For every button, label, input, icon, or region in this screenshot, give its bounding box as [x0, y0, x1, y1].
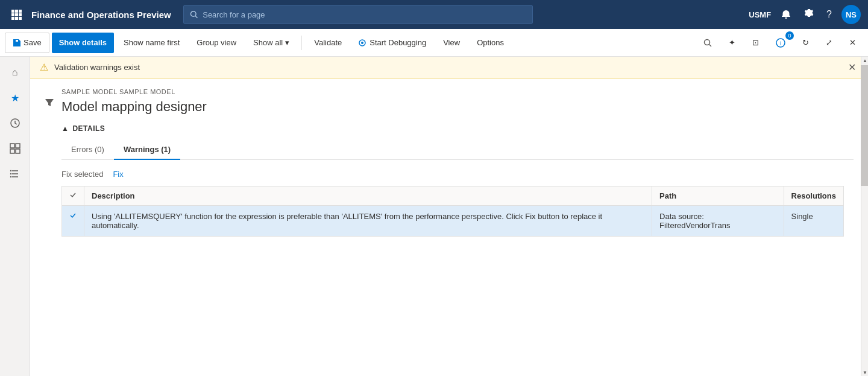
svg-point-12	[361, 42, 363, 44]
svg-point-27	[10, 176, 11, 177]
svg-point-13	[705, 39, 710, 45]
svg-rect-18	[10, 144, 14, 148]
group-view-button[interactable]: Group view	[189, 33, 244, 53]
sidebar-item-workspaces[interactable]	[4, 138, 26, 159]
sidebar-item-favorites[interactable]: ★	[4, 87, 26, 109]
view-button[interactable]: View	[436, 33, 467, 53]
refresh-icon[interactable]: ↻	[795, 33, 816, 53]
badge-count: 0	[785, 31, 794, 40]
svg-rect-6	[11, 17, 14, 20]
col-description: Description	[84, 186, 652, 206]
svg-line-14	[709, 44, 712, 46]
options-button[interactable]: Options	[470, 33, 511, 53]
scrollbar-up-arrow[interactable]: ▲	[861, 57, 868, 64]
warning-text: Validation warnings exist	[54, 63, 140, 72]
svg-rect-2	[19, 10, 22, 13]
badge-icon[interactable]: i 0	[769, 33, 793, 53]
show-name-first-button[interactable]: Show name first	[116, 33, 187, 53]
col-check	[62, 186, 84, 206]
warnings-table: Description Path Resolutions	[61, 186, 844, 237]
pin-icon[interactable]: ✦	[722, 33, 743, 53]
user-company: USMF	[749, 10, 771, 19]
table-row[interactable]: Using 'ALLITEMSQUERY' function for the e…	[62, 206, 844, 237]
popout-icon[interactable]: ⤢	[819, 33, 840, 53]
row-path: Data source: FilteredVendorTrans	[652, 206, 784, 237]
svg-point-25	[10, 170, 11, 171]
scrollbar-track: ▲ ▼	[861, 57, 868, 376]
sidebar-item-recent[interactable]	[4, 112, 26, 134]
action-bar-right: ✦ ⊡ i 0 ↻ ⤢ ✕	[696, 33, 863, 53]
top-navigation: Finance and Operations Preview USMF ? NS	[0, 0, 868, 29]
search-button[interactable]	[696, 33, 719, 53]
separator-1	[301, 36, 302, 50]
svg-rect-5	[19, 13, 22, 16]
page-body: SAMPLE MODEL SAMPLE MODEL Model mapping …	[30, 78, 868, 246]
svg-line-10	[195, 16, 197, 18]
content-area: ⚠ Validation warnings exist ✕ SAMPLE MOD…	[30, 57, 868, 376]
col-resolutions: Resolutions	[784, 186, 843, 206]
scrollbar-down-arrow[interactable]: ▼	[861, 369, 868, 376]
search-input[interactable]	[203, 10, 526, 19]
row-description: Using 'ALLITEMSQUERY' function for the e…	[84, 206, 652, 237]
warning-close-button[interactable]: ✕	[846, 59, 858, 75]
main-layout: ⌂ ★	[0, 57, 868, 376]
sidebar-item-list[interactable]	[4, 163, 26, 185]
filter-icon[interactable]	[45, 88, 54, 109]
section-header-details[interactable]: ▲ DETAILS	[61, 124, 854, 133]
show-all-button[interactable]: Show all ▾	[246, 33, 297, 53]
svg-rect-8	[19, 17, 22, 20]
svg-rect-20	[10, 149, 14, 153]
warning-banner: ⚠ Validation warnings exist ✕	[30, 57, 868, 78]
row-resolutions: Single	[784, 206, 843, 237]
expand-icon[interactable]: ⊡	[745, 33, 766, 53]
scrollbar-thumb[interactable]	[861, 65, 868, 186]
tabs-container: Errors (0) Warnings (1)	[61, 140, 854, 160]
settings-icon[interactable]	[801, 7, 817, 22]
fix-selected-link: Fix selected	[61, 170, 103, 179]
sidebar: ⌂ ★	[0, 57, 30, 376]
svg-rect-1	[15, 10, 18, 13]
svg-rect-4	[15, 13, 18, 16]
app-title: Finance and Operations Preview	[31, 10, 171, 20]
svg-rect-21	[16, 149, 20, 153]
top-nav-right: USMF ? NS	[749, 5, 861, 24]
breadcrumb: SAMPLE MODEL SAMPLE MODEL	[61, 88, 854, 95]
svg-text:i: i	[780, 40, 781, 46]
close-icon[interactable]: ✕	[842, 33, 863, 53]
tab-errors[interactable]: Errors (0)	[61, 140, 114, 160]
search-bar[interactable]	[183, 5, 533, 24]
grid-menu-icon[interactable]	[7, 5, 25, 24]
svg-point-26	[10, 173, 11, 174]
section-collapse-arrow: ▲	[61, 124, 69, 133]
fix-actions: Fix selected Fix	[61, 170, 854, 179]
svg-rect-7	[15, 17, 18, 20]
col-path: Path	[652, 186, 784, 206]
svg-rect-0	[11, 10, 14, 13]
action-bar: Save Show details Show name first Group …	[0, 29, 868, 57]
save-button[interactable]: Save	[5, 33, 49, 53]
validate-button[interactable]: Validate	[307, 33, 349, 53]
show-all-dropdown-icon: ▾	[285, 38, 289, 47]
row-check[interactable]	[62, 206, 84, 237]
svg-rect-3	[11, 13, 14, 16]
notifications-icon[interactable]	[778, 7, 794, 22]
user-avatar[interactable]: NS	[841, 5, 861, 24]
show-details-button[interactable]: Show details	[52, 33, 114, 53]
page-title: Model mapping designer	[61, 99, 854, 115]
warning-icon: ⚠	[40, 62, 48, 73]
tab-warnings[interactable]: Warnings (1)	[114, 140, 180, 160]
svg-point-9	[190, 11, 196, 17]
sidebar-item-home[interactable]: ⌂	[4, 62, 26, 83]
fix-link[interactable]: Fix	[113, 170, 123, 179]
start-debugging-button[interactable]: Start Debugging	[351, 33, 433, 53]
help-icon[interactable]: ?	[824, 7, 834, 22]
table-header-row: Description Path Resolutions	[62, 186, 844, 206]
svg-rect-19	[16, 144, 20, 148]
